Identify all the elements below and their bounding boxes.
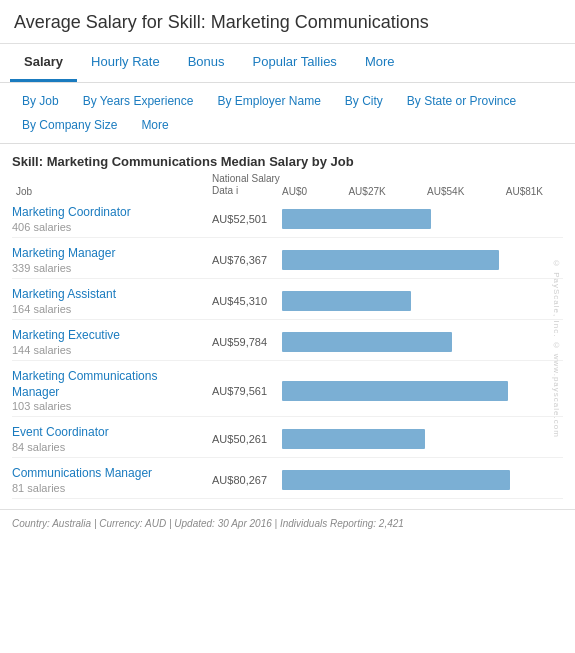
sub-tab-by-job[interactable]: By Job [10, 89, 71, 113]
job-name[interactable]: Marketing Assistant [12, 287, 208, 303]
salary-value: AU$59,784 [212, 336, 282, 348]
bar-container [282, 246, 563, 274]
salary-bar [282, 429, 425, 449]
salary-bar [282, 250, 499, 270]
sub-tab-more[interactable]: More [129, 113, 180, 137]
table-row: Marketing Communications Manager103 sala… [12, 361, 563, 417]
job-info: Marketing Communications Manager103 sala… [12, 369, 212, 412]
x-label: AU$0 [282, 186, 307, 197]
payscale-watermark: © PayScale, Inc. © www.payscale.com [552, 197, 561, 499]
tab-popular-tallies[interactable]: Popular Tallies [239, 44, 351, 82]
salary-bar [282, 332, 452, 352]
table-row: Event Coordinator84 salariesAU$50,261 [12, 417, 563, 458]
sub-tab-by-employer-name[interactable]: By Employer Name [205, 89, 332, 113]
bar-container [282, 377, 563, 405]
x-label: AU$27K [348, 186, 385, 197]
tab-hourly-rate[interactable]: Hourly Rate [77, 44, 174, 82]
salary-bar [282, 209, 431, 229]
bar-container [282, 205, 563, 233]
job-salaries-count: 164 salaries [12, 303, 208, 315]
salary-bar [282, 291, 411, 311]
salary-value: AU$79,561 [212, 385, 282, 397]
table-row: Communications Manager81 salariesAU$80,2… [12, 458, 563, 499]
job-info: Communications Manager81 salaries [12, 466, 212, 494]
job-salaries-count: 81 salaries [12, 482, 208, 494]
col-national-header: National Salary Data i [212, 173, 282, 197]
job-info: Marketing Executive144 salaries [12, 328, 212, 356]
chart-title: Skill: Marketing Communications Median S… [12, 154, 563, 169]
salary-value: AU$45,310 [212, 295, 282, 307]
job-info: Marketing Manager339 salaries [12, 246, 212, 274]
job-name[interactable]: Marketing Communications Manager [12, 369, 208, 400]
tab-salary[interactable]: Salary [10, 44, 77, 82]
bar-container [282, 287, 563, 315]
chart-rows: Marketing Coordinator406 salariesAU$52,5… [12, 197, 563, 499]
job-name[interactable]: Marketing Coordinator [12, 205, 208, 221]
primary-tabs: SalaryHourly RateBonusPopular TalliesMor… [0, 44, 575, 83]
page-title: Average Salary for Skill: Marketing Comm… [0, 0, 575, 44]
job-salaries-count: 84 salaries [12, 441, 208, 453]
sub-tab-by-years-experience[interactable]: By Years Experience [71, 89, 206, 113]
tab-more[interactable]: More [351, 44, 409, 82]
bar-container [282, 425, 563, 453]
job-name[interactable]: Event Coordinator [12, 425, 208, 441]
salary-value: AU$52,501 [212, 213, 282, 225]
salary-bar [282, 381, 508, 401]
x-label: AU$54K [427, 186, 464, 197]
job-salaries-count: 103 salaries [12, 400, 208, 412]
footer-note: Country: Australia | Currency: AUD | Upd… [0, 509, 575, 535]
sub-tab-by-city[interactable]: By City [333, 89, 395, 113]
sub-tab-by-state-or-province[interactable]: By State or Province [395, 89, 528, 113]
table-row: Marketing Manager339 salariesAU$76,367 [12, 238, 563, 279]
salary-value: AU$80,267 [212, 474, 282, 486]
table-row: Marketing Assistant164 salariesAU$45,310 [12, 279, 563, 320]
page-container: Average Salary for Skill: Marketing Comm… [0, 0, 575, 535]
chart-section: Skill: Marketing Communications Median S… [0, 144, 575, 509]
job-salaries-count: 339 salaries [12, 262, 208, 274]
salary-value: AU$76,367 [212, 254, 282, 266]
job-name[interactable]: Marketing Manager [12, 246, 208, 262]
job-name[interactable]: Communications Manager [12, 466, 208, 482]
job-salaries-count: 406 salaries [12, 221, 208, 233]
col-job-header: Job [12, 186, 212, 197]
sub-tab-by-company-size[interactable]: By Company Size [10, 113, 129, 137]
salary-bar [282, 470, 510, 490]
job-info: Marketing Assistant164 salaries [12, 287, 212, 315]
job-info: Event Coordinator84 salaries [12, 425, 212, 453]
job-salaries-count: 144 salaries [12, 344, 208, 356]
table-row: Marketing Coordinator406 salariesAU$52,5… [12, 197, 563, 238]
job-name[interactable]: Marketing Executive [12, 328, 208, 344]
job-info: Marketing Coordinator406 salaries [12, 205, 212, 233]
secondary-tabs: By JobBy Years ExperienceBy Employer Nam… [0, 83, 575, 144]
bar-container [282, 466, 563, 494]
table-row: Marketing Executive144 salariesAU$59,784 [12, 320, 563, 361]
x-axis-labels: AU$0AU$27KAU$54KAU$81K [282, 186, 563, 197]
tab-bonus[interactable]: Bonus [174, 44, 239, 82]
x-label: AU$81K [506, 186, 543, 197]
bar-container [282, 328, 563, 356]
info-icon[interactable]: i [236, 185, 238, 196]
chart-wrapper: Marketing Coordinator406 salariesAU$52,5… [12, 197, 563, 499]
salary-value: AU$50,261 [212, 433, 282, 445]
